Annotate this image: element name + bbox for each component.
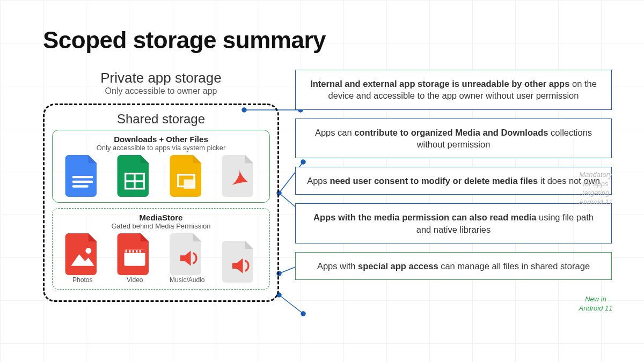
media-label: Video [116,276,153,284]
downloads-heading: Downloads + Other Files [58,135,264,144]
media-label: Music/Audio [169,276,206,284]
media-item: Music/Audio [169,233,206,284]
downloads-sub: Only accessible to apps via system picke… [58,144,264,152]
svg-rect-27 [129,250,130,252]
audio-file-icon [221,241,258,283]
media-item [221,241,258,284]
media-item: Video [116,233,153,284]
private-storage-block: Private app storage Only accessible to o… [43,70,279,96]
svg-point-23 [85,248,91,254]
note-mandatory: Mandatory for apps targeting Android 11 [574,171,617,207]
shared-storage-box: Shared storage Downloads + Other Files O… [43,104,279,302]
svg-rect-29 [136,250,137,252]
svg-rect-21 [184,180,195,189]
photo-file-icon [64,233,101,275]
video-file-icon [116,233,153,275]
downloads-box: Downloads + Other Files Only accessible … [52,130,270,203]
svg-rect-26 [126,250,127,252]
sheet-file-icon [116,155,153,197]
callout-private: Internal and external app storage is unr… [295,70,612,110]
media-label: Photos [64,276,101,284]
pdf-file-icon [221,155,258,197]
mandatory-bracket [565,129,574,265]
slide-title: Scoped storage summary [43,27,612,54]
svg-rect-25 [125,249,145,253]
svg-rect-30 [140,250,141,252]
note-new: New in Android 11 [574,295,617,313]
mediastore-heading: MediaStore [58,213,264,222]
private-heading: Private app storage [43,70,279,86]
media-item: Photos [64,233,101,284]
doc-file-icon [64,155,101,197]
mediastore-sub: Gated behind Media Permission [58,222,264,230]
private-sub: Only accessible to owner app [43,86,279,96]
svg-rect-28 [133,250,134,252]
mediastore-box: MediaStore Gated behind Media Permission… [52,208,270,290]
shared-heading: Shared storage [52,112,270,127]
slides-file-icon [169,155,206,197]
audio-file-icon [169,233,206,275]
